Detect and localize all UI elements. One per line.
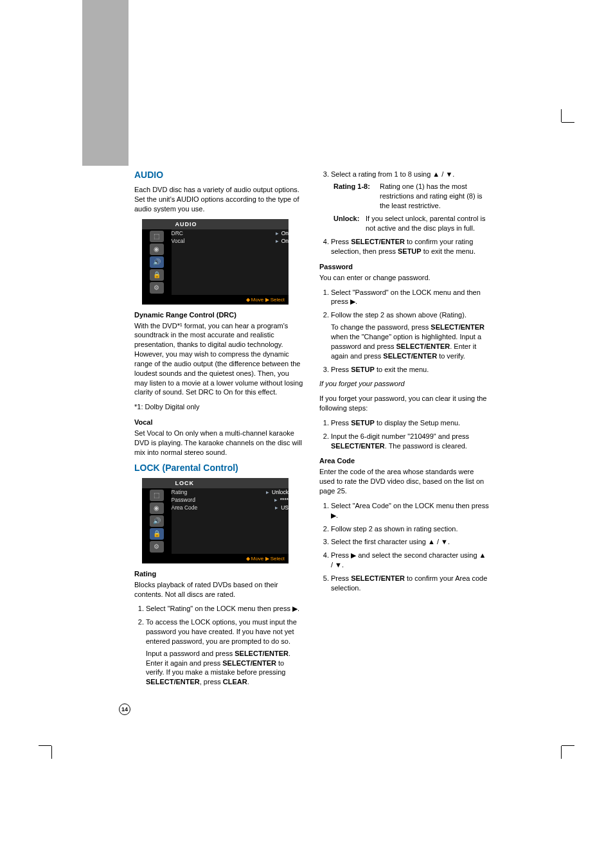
area-step-1: Select "Area Code" on the LOCK menu then… [331,501,489,520]
rating-step-2-detail: Input a password and press SELECT/ENTER.… [146,649,304,687]
rating-step-4: Press SELECT/ENTER to confirm your ratin… [331,237,489,256]
other-icon: ⚙ [150,282,164,294]
rating-steps-cont: Select a rating from 1 to 8 using ▲ / ▼.… [319,170,489,256]
area-intro: Enter the code of the area whose standar… [319,467,489,496]
manual-page: AUDIO Each DVD disc has a variety of aud… [0,0,613,868]
area-step-3: Select the first character using ▲ / ▼. [331,537,489,547]
osd-audio: AUDIO ⬚ ◉ 🔊 🔒 ⚙ DRC▸On Vocal▸On [142,219,289,305]
area-step-4: Press ▶ and select the second character … [331,551,489,570]
rating-heading: Rating [134,570,304,578]
osd-lock-title: LOCK [172,478,289,488]
forgot-heading: If you forget your password [319,379,489,389]
drc-body: With the DVD*¹ format, you can hear a pr… [134,321,304,398]
rating18-label: Rating 1-8: [333,182,370,190]
osd-icon-column: ⬚ ◉ 🔊 🔒 ⚙ [142,229,172,295]
page-number: 14 [119,704,130,715]
lock-heading: LOCK (Parental Control) [134,463,304,473]
display-icon: ⬚ [150,231,164,242]
area-step-2: Follow step 2 as shown in rating section… [331,524,489,534]
other-icon: ⚙ [150,541,164,553]
vocal-body: Set Vocal to On only when a multi-channe… [134,429,304,457]
drc-note: *1: Dolby Digital only [134,402,304,412]
area-steps: Select "Area Code" on the LOCK menu then… [319,501,489,593]
drc-heading: Dynamic Range Control (DRC) [134,311,304,319]
area-heading: Area Code [319,457,489,465]
audio-icon: 🔊 [150,256,164,268]
forgot-intro: If you forget your password, you can cle… [319,394,489,413]
password-heading: Password [319,263,489,270]
password-intro: You can enter or change password. [319,273,489,283]
audio-heading: AUDIO [134,170,304,180]
audio-icon: 🔊 [150,515,164,527]
content-area: AUDIO Each DVD disc has a variety of aud… [134,170,489,692]
left-column: AUDIO Each DVD disc has a variety of aud… [134,170,304,692]
rating18-body: Rating one (1) has the most restrictions… [380,182,489,211]
lock-icon: 🔒 [150,528,164,540]
osd-footer: ◆ Move ▶ Select [142,295,289,305]
rating-step-1: Select "Rating" on the LOCK menu then pr… [146,604,304,614]
vocal-heading: Vocal [134,418,304,426]
osd-icon-column: ⬚ ◉ 🔊 🔒 ⚙ [142,488,172,554]
forgot-steps: Press SETUP to display the Setup menu. I… [319,418,489,451]
crop-mark [562,745,574,746]
audio-intro: Each DVD disc has a variety of audio out… [134,185,304,214]
osd-row-value: On [281,230,289,236]
password-step-1: Select "Password" on the LOCK menu and t… [331,288,489,307]
osd-row-label: Vocal [172,238,185,244]
osd-audio-body: DRC▸On Vocal▸On [172,229,289,295]
osd-row-label: DRC [172,230,183,236]
crop-mark [51,746,52,759]
lock-icon: 🔒 [150,269,164,281]
osd-row-label: Password [172,497,195,503]
password-step-3: Press SETUP to exit the menu. [331,365,489,375]
osd-row-value: **** [280,497,289,503]
rating-step-2: To access the LOCK options, you must inp… [146,617,304,687]
osd-row-label: Area Code [172,504,198,511]
rating-step-3: Select a rating from 1 to 8 using ▲ / ▼.… [331,170,489,233]
crop-mark [561,109,562,122]
osd-row-value: Unlock [272,489,289,495]
osd-lock-body: Rating▸Unlock Password▸**** Area Code▸US [172,488,289,554]
osd-row-value: On [281,238,289,244]
osd-footer: ◆ Move ▶ Select [142,554,289,563]
right-column: Select a rating from 1 to 8 using ▲ / ▼.… [319,170,489,692]
rating-intro: Blocks playback of rated DVDs based on t… [134,580,304,599]
osd-row-value: US [281,504,289,511]
display-icon: ⬚ [150,490,164,501]
unlock-body: If you select unlock, parental control i… [366,214,489,233]
password-step-2: Follow the step 2 as shown above (Rating… [331,310,489,360]
crop-mark [562,122,574,123]
unlock-label: Unlock: [333,215,359,222]
forgot-step-1: Press SETUP to display the Setup menu. [331,418,489,428]
rating-steps: Select "Rating" on the LOCK menu then pr… [134,604,304,687]
crop-mark [39,745,51,746]
osd-lock: LOCK ⬚ ◉ 🔊 🔒 ⚙ Rating▸Unlock Password▸**… [142,478,289,563]
crop-mark [561,746,562,759]
forgot-step-2: Input the 6-digit number "210499" and pr… [331,432,489,451]
password-steps: Select "Password" on the LOCK menu and t… [319,288,489,375]
decorative-sidebar [82,0,129,166]
disc-icon: ◉ [150,244,164,255]
osd-audio-title: AUDIO [172,219,289,229]
area-step-5: Press SELECT/ENTER to confirm your Area … [331,574,489,593]
osd-row-label: Rating [172,489,188,495]
disc-icon: ◉ [150,502,164,514]
